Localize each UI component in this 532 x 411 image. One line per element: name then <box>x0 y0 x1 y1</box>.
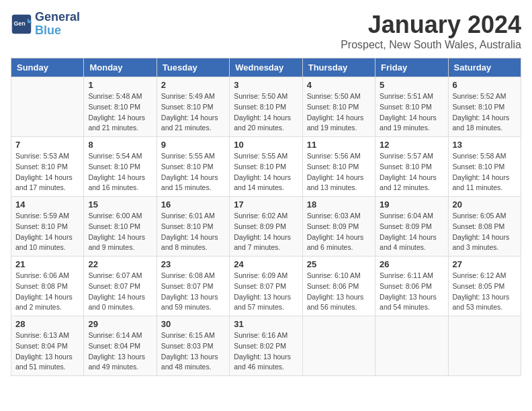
day-info: Sunrise: 6:14 AM Sunset: 8:04 PM Dayligh… <box>88 330 152 373</box>
day-info: Sunrise: 6:11 AM Sunset: 8:06 PM Dayligh… <box>380 271 443 313</box>
day-number: 17 <box>234 199 298 210</box>
logo-line1: General <box>35 11 80 24</box>
weekday-header: Tuesday <box>157 58 229 77</box>
day-info: Sunrise: 6:03 AM Sunset: 8:09 PM Dayligh… <box>307 211 371 253</box>
calendar-week-row: 7Sunrise: 5:53 AM Sunset: 8:10 PM Daylig… <box>11 137 521 197</box>
day-number: 26 <box>380 259 443 269</box>
calendar-cell: 14Sunrise: 5:59 AM Sunset: 8:10 PM Dayli… <box>11 197 84 257</box>
day-number: 23 <box>161 259 225 269</box>
calendar-week-row: 14Sunrise: 5:59 AM Sunset: 8:10 PM Dayli… <box>11 197 521 257</box>
calendar-cell: 6Sunrise: 5:52 AM Sunset: 8:10 PM Daylig… <box>448 77 521 137</box>
calendar-cell: 19Sunrise: 6:04 AM Sunset: 8:09 PM Dayli… <box>375 197 448 257</box>
calendar-cell: 30Sunrise: 6:15 AM Sunset: 8:03 PM Dayli… <box>157 316 229 376</box>
calendar-cell: 31Sunrise: 6:16 AM Sunset: 8:02 PM Dayli… <box>230 316 302 376</box>
day-number: 14 <box>15 199 79 210</box>
calendar-cell: 5Sunrise: 5:51 AM Sunset: 8:10 PM Daylig… <box>375 77 448 137</box>
day-info: Sunrise: 6:01 AM Sunset: 8:10 PM Dayligh… <box>161 211 225 253</box>
calendar-cell: 17Sunrise: 6:02 AM Sunset: 8:09 PM Dayli… <box>230 197 302 257</box>
calendar-week-row: 28Sunrise: 6:13 AM Sunset: 8:04 PM Dayli… <box>11 316 521 376</box>
day-info: Sunrise: 5:55 AM Sunset: 8:10 PM Dayligh… <box>234 151 298 193</box>
calendar-cell: 9Sunrise: 5:55 AM Sunset: 8:10 PM Daylig… <box>157 137 229 197</box>
day-info: Sunrise: 5:55 AM Sunset: 8:10 PM Dayligh… <box>161 151 225 193</box>
weekday-header: Wednesday <box>230 58 302 77</box>
day-number: 9 <box>161 140 225 150</box>
calendar-cell: 7Sunrise: 5:53 AM Sunset: 8:10 PM Daylig… <box>11 137 84 197</box>
day-info: Sunrise: 5:48 AM Sunset: 8:10 PM Dayligh… <box>88 91 152 134</box>
svg-text:Gen: Gen <box>13 20 25 27</box>
day-number: 6 <box>453 80 517 90</box>
day-info: Sunrise: 5:53 AM Sunset: 8:10 PM Dayligh… <box>15 151 79 193</box>
day-number: 16 <box>161 199 225 210</box>
calendar-cell <box>302 316 375 376</box>
calendar-cell <box>11 77 84 137</box>
calendar-title: January 2024 <box>341 11 521 39</box>
calendar-cell: 16Sunrise: 6:01 AM Sunset: 8:10 PM Dayli… <box>157 197 229 257</box>
calendar-cell: 18Sunrise: 6:03 AM Sunset: 8:09 PM Dayli… <box>302 197 375 257</box>
day-number: 25 <box>307 259 371 269</box>
day-number: 21 <box>15 259 79 269</box>
weekday-header-row: SundayMondayTuesdayWednesdayThursdayFrid… <box>11 58 521 77</box>
calendar-cell: 29Sunrise: 6:14 AM Sunset: 8:04 PM Dayli… <box>84 316 157 376</box>
calendar-cell: 20Sunrise: 6:05 AM Sunset: 8:08 PM Dayli… <box>448 197 521 257</box>
calendar-cell: 26Sunrise: 6:11 AM Sunset: 8:06 PM Dayli… <box>375 257 448 316</box>
day-info: Sunrise: 5:54 AM Sunset: 8:10 PM Dayligh… <box>88 151 152 193</box>
day-number: 1 <box>88 80 152 90</box>
calendar-cell: 25Sunrise: 6:10 AM Sunset: 8:06 PM Dayli… <box>302 257 375 316</box>
day-number: 5 <box>380 80 443 90</box>
calendar-cell: 15Sunrise: 6:00 AM Sunset: 8:10 PM Dayli… <box>84 197 157 257</box>
day-number: 30 <box>161 319 225 329</box>
day-number: 18 <box>307 199 371 210</box>
day-info: Sunrise: 5:51 AM Sunset: 8:10 PM Dayligh… <box>380 91 443 134</box>
day-number: 7 <box>15 140 79 150</box>
day-info: Sunrise: 5:50 AM Sunset: 8:10 PM Dayligh… <box>307 91 371 134</box>
day-info: Sunrise: 5:59 AM Sunset: 8:10 PM Dayligh… <box>15 211 79 253</box>
day-number: 19 <box>380 199 443 210</box>
day-number: 12 <box>380 140 443 150</box>
calendar-week-row: 1Sunrise: 5:48 AM Sunset: 8:10 PM Daylig… <box>11 77 521 137</box>
calendar-cell: 12Sunrise: 5:57 AM Sunset: 8:10 PM Dayli… <box>375 137 448 197</box>
calendar-cell: 24Sunrise: 6:09 AM Sunset: 8:07 PM Dayli… <box>230 257 302 316</box>
day-info: Sunrise: 6:08 AM Sunset: 8:07 PM Dayligh… <box>161 271 225 313</box>
day-info: Sunrise: 5:52 AM Sunset: 8:10 PM Dayligh… <box>453 91 517 134</box>
day-info: Sunrise: 6:12 AM Sunset: 8:05 PM Dayligh… <box>453 271 517 313</box>
logo: Gen General Blue <box>11 11 80 38</box>
calendar-week-row: 21Sunrise: 6:06 AM Sunset: 8:08 PM Dayli… <box>11 257 521 316</box>
day-number: 15 <box>88 199 152 210</box>
calendar-cell: 27Sunrise: 6:12 AM Sunset: 8:05 PM Dayli… <box>448 257 521 316</box>
calendar-cell: 21Sunrise: 6:06 AM Sunset: 8:08 PM Dayli… <box>11 257 84 316</box>
calendar-cell <box>448 316 521 376</box>
header: Gen General Blue January 2024 Prospect, … <box>11 11 521 51</box>
calendar-subtitle: Prospect, New South Wales, Australia <box>341 39 521 51</box>
day-number: 3 <box>234 80 298 90</box>
day-info: Sunrise: 6:00 AM Sunset: 8:10 PM Dayligh… <box>88 211 152 253</box>
day-number: 20 <box>453 199 517 210</box>
day-info: Sunrise: 6:05 AM Sunset: 8:08 PM Dayligh… <box>453 211 517 253</box>
logo-icon: Gen <box>11 13 32 35</box>
calendar-cell <box>375 316 448 376</box>
day-number: 24 <box>234 259 298 269</box>
title-area: January 2024 Prospect, New South Wales, … <box>341 11 521 51</box>
day-info: Sunrise: 6:13 AM Sunset: 8:04 PM Dayligh… <box>15 330 79 373</box>
day-info: Sunrise: 6:07 AM Sunset: 8:07 PM Dayligh… <box>88 271 152 313</box>
calendar-cell: 23Sunrise: 6:08 AM Sunset: 8:07 PM Dayli… <box>157 257 229 316</box>
day-number: 8 <box>88 140 152 150</box>
calendar-cell: 11Sunrise: 5:56 AM Sunset: 8:10 PM Dayli… <box>302 137 375 197</box>
weekday-header: Saturday <box>448 58 521 77</box>
day-number: 22 <box>88 259 152 269</box>
day-info: Sunrise: 5:50 AM Sunset: 8:10 PM Dayligh… <box>234 91 298 134</box>
day-info: Sunrise: 6:16 AM Sunset: 8:02 PM Dayligh… <box>234 330 298 373</box>
day-info: Sunrise: 6:06 AM Sunset: 8:08 PM Dayligh… <box>15 271 79 313</box>
day-number: 29 <box>88 319 152 329</box>
calendar-cell: 28Sunrise: 6:13 AM Sunset: 8:04 PM Dayli… <box>11 316 84 376</box>
day-number: 13 <box>453 140 517 150</box>
weekday-header: Thursday <box>302 58 375 77</box>
day-info: Sunrise: 6:09 AM Sunset: 8:07 PM Dayligh… <box>234 271 298 313</box>
calendar-cell: 10Sunrise: 5:55 AM Sunset: 8:10 PM Dayli… <box>230 137 302 197</box>
day-number: 10 <box>234 140 298 150</box>
calendar-cell: 4Sunrise: 5:50 AM Sunset: 8:10 PM Daylig… <box>302 77 375 137</box>
day-number: 11 <box>307 140 371 150</box>
day-info: Sunrise: 6:04 AM Sunset: 8:09 PM Dayligh… <box>380 211 443 253</box>
weekday-header: Monday <box>84 58 157 77</box>
logo-line2: Blue <box>35 24 80 38</box>
day-number: 4 <box>307 80 371 90</box>
